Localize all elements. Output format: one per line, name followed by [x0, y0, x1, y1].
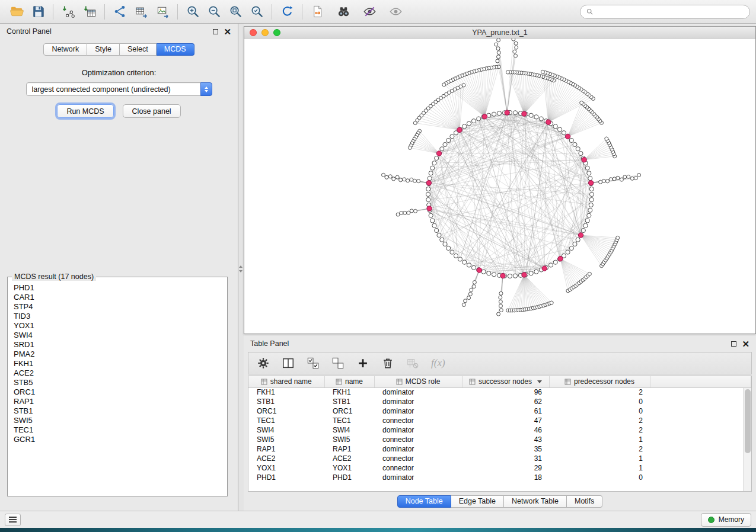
cell-shared-name[interactable]: TEC1	[248, 416, 324, 425]
cell-mcds-role[interactable]: dominator	[374, 397, 462, 406]
cell-shared-name[interactable]: FKH1	[248, 387, 324, 397]
table-row[interactable]: TEC1TEC1connector472	[248, 416, 751, 425]
cell-name[interactable]: SWI4	[324, 425, 374, 435]
status-menu-button[interactable]	[5, 514, 21, 526]
cell-mcds-role[interactable]: connector	[374, 416, 462, 425]
cell-predecessor-nodes[interactable]: 1	[549, 435, 650, 444]
cell-mcds-role[interactable]: dominator	[374, 387, 462, 397]
export-image-button[interactable]	[152, 2, 173, 21]
cell-mcds-role[interactable]: connector	[374, 435, 462, 444]
column-header-predecessor-nodes[interactable]: predecessor nodes	[549, 376, 650, 387]
memory-button[interactable]: Memory	[701, 513, 751, 527]
show-columns-button[interactable]	[282, 357, 295, 370]
cell-mcds-role[interactable]: connector	[374, 454, 462, 463]
tab-select[interactable]: Select	[120, 43, 157, 56]
cell-name[interactable]: TEC1	[324, 416, 374, 425]
mcds-result-item[interactable]: RAP1	[14, 397, 226, 406]
cell-predecessor-nodes[interactable]: 2	[549, 416, 650, 425]
open-file-button[interactable]	[6, 2, 27, 21]
find-button[interactable]	[333, 2, 354, 21]
close-table-panel-button[interactable]: ✕	[742, 341, 749, 347]
mcds-result-item[interactable]: CAR1	[14, 293, 226, 302]
mcds-result-item[interactable]: ACE2	[14, 368, 226, 378]
table-settings-button[interactable]	[257, 357, 270, 370]
function-builder-button[interactable]: f(x)	[431, 357, 445, 369]
cell-shared-name[interactable]: STB1	[248, 397, 324, 406]
network-canvas[interactable]	[244, 39, 755, 334]
table-row[interactable]: STB1STB1dominator620	[248, 397, 751, 406]
cell-predecessor-nodes[interactable]: 0	[549, 406, 650, 416]
show-graphics-details-button[interactable]	[385, 2, 406, 21]
minimize-window-icon[interactable]	[261, 29, 269, 36]
table-row[interactable]: RAP1RAP1dominator352	[248, 444, 751, 454]
cell-successor-nodes[interactable]: 61	[462, 406, 549, 416]
cell-predecessor-nodes[interactable]: 2	[549, 444, 650, 454]
cell-shared-name[interactable]: PHD1	[248, 473, 324, 482]
zoom-fit-button[interactable]	[225, 2, 246, 21]
close-panel-button[interactable]: ✕	[224, 29, 231, 34]
tab-motifs[interactable]: Motifs	[567, 495, 602, 508]
export-network-button[interactable]	[109, 2, 130, 21]
cell-filler[interactable]	[650, 416, 751, 425]
mcds-result-item[interactable]: TEC1	[14, 425, 226, 435]
mcds-result-item[interactable]: PMA2	[14, 350, 226, 359]
search-field[interactable]	[580, 5, 750, 19]
cell-shared-name[interactable]: YOX1	[248, 463, 324, 473]
close-window-icon[interactable]	[250, 29, 257, 36]
cell-name[interactable]: ACE2	[324, 454, 374, 463]
cell-successor-nodes[interactable]: 47	[462, 416, 549, 425]
cell-shared-name[interactable]: RAP1	[248, 444, 324, 454]
mcds-result-item[interactable]: YOX1	[14, 321, 226, 331]
cell-successor-nodes[interactable]: 96	[462, 387, 549, 397]
network-window-titlebar[interactable]: YPA_prune.txt_1	[244, 27, 755, 39]
tab-node-table[interactable]: Node Table	[397, 495, 451, 508]
cell-name[interactable]: ORC1	[324, 406, 374, 416]
table-scrollbar[interactable]	[743, 388, 751, 491]
table-row[interactable]: YOX1YOX1connector291	[248, 463, 751, 473]
hide-graphics-details-button[interactable]	[359, 2, 380, 21]
table-row[interactable]: ACE2ACE2connector311	[248, 454, 751, 463]
cell-successor-nodes[interactable]: 35	[462, 444, 549, 454]
cell-successor-nodes[interactable]: 29	[462, 463, 549, 473]
cell-filler[interactable]	[650, 406, 751, 416]
cell-name[interactable]: RAP1	[324, 444, 374, 454]
select-all-rows-button[interactable]	[307, 357, 320, 370]
deselect-all-rows-button[interactable]	[331, 357, 344, 370]
cell-filler[interactable]	[650, 454, 751, 463]
zoom-in-button[interactable]	[182, 2, 203, 21]
scrollbar-thumb[interactable]	[745, 389, 751, 453]
cell-mcds-role[interactable]: dominator	[374, 406, 462, 416]
import-network-button[interactable]	[58, 2, 79, 21]
tab-network-table[interactable]: Network Table	[504, 495, 567, 508]
column-header-mcds-role[interactable]: MCDS role	[374, 376, 462, 387]
cell-shared-name[interactable]: SWI4	[248, 425, 324, 435]
mcds-result-item[interactable]: STP4	[14, 302, 226, 312]
mcds-result-list[interactable]: PHD1CAR1STP4TID3YOX1SWI4SRD1PMA2FKH1ACE2…	[14, 283, 226, 495]
mcds-result-item[interactable]: SWI5	[14, 416, 226, 425]
cell-successor-nodes[interactable]: 18	[462, 473, 549, 482]
cell-mcds-role[interactable]: dominator	[374, 444, 462, 454]
cell-successor-nodes[interactable]: 62	[462, 397, 549, 406]
cell-successor-nodes[interactable]: 31	[462, 454, 549, 463]
export-table-button[interactable]	[130, 2, 152, 21]
mcds-result-item[interactable]: PHD1	[14, 283, 226, 293]
maximize-window-icon[interactable]	[273, 29, 280, 36]
vertical-splitter[interactable]	[238, 24, 244, 511]
cell-predecessor-nodes[interactable]: 0	[549, 473, 650, 482]
splitter-collapse-buttons[interactable]	[239, 265, 243, 273]
mcds-result-item[interactable]: STB1	[14, 406, 226, 416]
mcds-result-item[interactable]: STB5	[14, 378, 226, 387]
cell-mcds-role[interactable]: dominator	[374, 425, 462, 435]
apply-layout-button[interactable]	[276, 2, 298, 21]
float-panel-button[interactable]	[213, 29, 218, 34]
cell-predecessor-nodes[interactable]: 1	[549, 454, 650, 463]
tab-network[interactable]: Network	[43, 43, 87, 56]
cell-name[interactable]: FKH1	[324, 387, 374, 397]
cell-filler[interactable]	[650, 435, 751, 444]
cell-successor-nodes[interactable]: 46	[462, 425, 549, 435]
close-panel-action-button[interactable]: Close panel	[123, 104, 181, 118]
cell-name[interactable]: YOX1	[324, 463, 374, 473]
cell-name[interactable]: SWI5	[324, 435, 374, 444]
cell-successor-nodes[interactable]: 43	[462, 435, 549, 444]
cell-shared-name[interactable]: ACE2	[248, 454, 324, 463]
